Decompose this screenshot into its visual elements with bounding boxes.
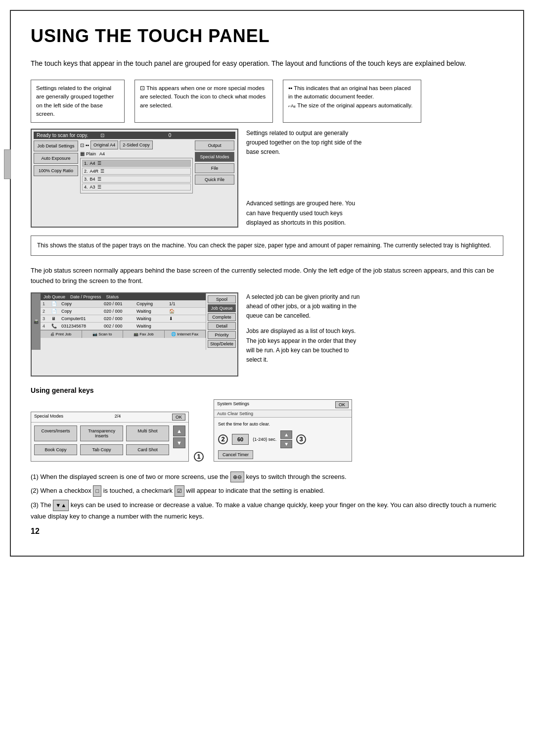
- gk-buttons-and-nav: Covers/Inserts Transparency Inserts Mult…: [34, 425, 185, 458]
- machine-icon: 📠: [34, 319, 39, 324]
- touch-panel-screen[interactable]: Ready to scan for copy. ⊡ 0 Job Detail S…: [31, 129, 238, 228]
- job-right-desc1: A selected job can be given priority and…: [246, 292, 365, 321]
- job-page-2: 🏠: [169, 309, 179, 314]
- card-shot-btn[interactable]: Card Shot: [126, 444, 169, 455]
- tab-fax-job[interactable]: 📠 Fax Job: [123, 331, 165, 338]
- job-row-3[interactable]: 3 🖥 Computer01 020 / 000 Waiting ⬇: [41, 315, 206, 323]
- stop-delete-btn[interactable]: Stop/Delete: [208, 340, 236, 348]
- file-btn[interactable]: File: [195, 163, 234, 173]
- detail-btn[interactable]: Detail: [208, 322, 236, 330]
- circle-label-2: 2: [218, 434, 228, 444]
- job-status-col: Status: [106, 294, 119, 299]
- job-num-3: 3: [43, 316, 48, 321]
- gk-screen2[interactable]: System Settings OK Auto Clear Setting Se…: [214, 399, 352, 462]
- paper-icon-4: ☰: [97, 185, 101, 189]
- covers-inserts-btn[interactable]: Covers/Inserts: [34, 425, 77, 441]
- paper-row-2[interactable]: 2. A4R ☰: [82, 168, 191, 175]
- cancel-btn-row: Cancel Timer: [218, 452, 348, 457]
- job-screen-main: Job Queue Date / Progress Status 1 📄 Cop…: [41, 293, 206, 350]
- gk-value-box[interactable]: 60: [232, 434, 249, 445]
- output-btn[interactable]: Output: [195, 141, 234, 150]
- paper-size-3: B4: [90, 177, 95, 182]
- paper-row-1[interactable]: 1. A4 ☰: [82, 160, 191, 167]
- nav-down-btn[interactable]: ▼: [173, 437, 185, 448]
- callout-right-text: This indicates that an original has been…: [288, 85, 411, 99]
- screen-main-area: Job Detail Settings Auto Exposure 100% C…: [34, 141, 235, 195]
- job-bottom-tabs: 🖨 Print Job 📷 Scan to 📠 Fax Job 🌐 Intern…: [41, 330, 206, 338]
- value-up-btn[interactable]: ▲: [280, 430, 292, 439]
- output-annotation: Settings related to output are generally…: [246, 129, 365, 157]
- job-detail-btn[interactable]: Job Detail Settings: [34, 141, 78, 151]
- job-name-4: 0312345678: [61, 324, 101, 329]
- auto-feed-icon: ▪▪: [86, 142, 89, 148]
- tab-internet-fax[interactable]: 🌐 Internet Fax: [165, 331, 206, 338]
- screen-center-col: ⊡ ▪▪ Original A4 2-Sided Copy ▦ Plain: [80, 141, 193, 195]
- gk-screen1-wrapper: Special Modes 2/4 OK Covers/Inserts Tran…: [31, 399, 204, 462]
- gk-screen1-title: Special Modes: [34, 414, 63, 421]
- gk-button-grid: Covers/Inserts Transparency Inserts Mult…: [34, 425, 169, 458]
- plain-row: ▦ Plain A4: [80, 151, 193, 156]
- checkbox-icon: □: [93, 485, 101, 497]
- screen-top-bar: Ready to scan for copy. ⊡ 0: [34, 132, 235, 139]
- note2: (2) When a checkbox □ is touched, a chec…: [31, 485, 503, 497]
- tab-print-job[interactable]: 🖨 Print Job: [41, 331, 82, 338]
- special-modes-btn[interactable]: Special Modes: [195, 152, 234, 162]
- book-copy-btn[interactable]: Book Copy: [34, 444, 77, 455]
- job-screen-left-edge[interactable]: 📠: [32, 293, 41, 350]
- a4-icon: A4: [99, 151, 105, 156]
- gk-screen2-body: Set the time for auto clear. 2 60 (1-240…: [214, 418, 352, 461]
- gk-nav-buttons: ▲ ▼: [173, 425, 185, 448]
- paper-row-3[interactable]: 3. B4 ☰: [82, 176, 191, 183]
- job-name-3: Computer01: [61, 316, 101, 321]
- gk-screen1[interactable]: Special Modes 2/4 OK Covers/Inserts Tran…: [31, 412, 189, 462]
- job-row-4[interactable]: 4 📞 0312345678 002 / 000 Waiting: [41, 323, 206, 330]
- gk-screen2-title: System Settings: [217, 401, 249, 408]
- two-sided-btn[interactable]: 2-Sided Copy: [120, 141, 153, 149]
- transparency-inserts-btn[interactable]: Transparency Inserts: [80, 425, 123, 441]
- value-down-btn[interactable]: ▼: [280, 440, 292, 448]
- tab-scan-to[interactable]: 📷 Scan to: [82, 331, 124, 338]
- gk-ok-btn2[interactable]: OK: [335, 401, 349, 408]
- gk-value-row: 2 60 (1-240) sec. ▲ ▼ 3: [218, 430, 348, 448]
- job-screen-wrapper: 📠 Job Queue Date / Progress Status 1 📄: [31, 292, 238, 377]
- nav-key-icon: ⊕⊖: [230, 472, 244, 483]
- original-label: Original: [93, 142, 109, 147]
- job-status-1: Copying: [136, 301, 166, 306]
- job-status-screen[interactable]: 📠 Job Queue Date / Progress Status 1 📄: [31, 292, 238, 377]
- job-right-panel: A selected job can be given priority and…: [246, 292, 365, 377]
- priority-btn[interactable]: Priority: [208, 331, 236, 339]
- original-btn[interactable]: Original A4: [90, 141, 118, 149]
- job-side-buttons: Spool Job Queue Complete Detail Priority…: [206, 293, 237, 350]
- job-row-1[interactable]: 1 📄 Copy 020 / 001 Copying 1/1: [41, 300, 206, 308]
- page-container: USING THE TOUCH PANEL The touch keys tha…: [10, 10, 524, 557]
- job-queue-col: Job Queue: [44, 294, 65, 299]
- gk-row2: Book Copy Tab Copy Card Shot: [34, 444, 169, 455]
- quick-file-btn[interactable]: Quick File: [195, 175, 234, 185]
- gk-sub-text: Set the time for auto clear.: [218, 422, 348, 426]
- job-status-3: Waiting: [136, 316, 166, 321]
- gk-screen1-header: Special Modes 2/4 OK: [31, 412, 188, 423]
- general-keys-title: Using general keys: [31, 386, 503, 394]
- paper-row-4[interactable]: 4. A3 ☰: [82, 184, 191, 190]
- intro-text: The touch keys that appear in the touch …: [31, 58, 503, 69]
- copy-ratio-btn[interactable]: 100% Copy Ratio: [34, 165, 78, 176]
- gk-range-text: (1-240) sec.: [253, 437, 276, 442]
- job-row-2[interactable]: 2 📄 Copy 020 / 000 Waiting 🏠: [41, 308, 206, 315]
- tab-copy-btn[interactable]: Tab Copy: [80, 444, 123, 455]
- auto-exposure-btn[interactable]: Auto Exposure: [34, 153, 78, 164]
- note3: (3) The ▼▲ keys can be used to increase …: [31, 500, 503, 522]
- job-icon-1: 📄: [51, 301, 58, 306]
- job-icon-4: 📞: [51, 324, 58, 329]
- general-keys-screens: Special Modes 2/4 OK Covers/Inserts Tran…: [31, 399, 503, 462]
- spool-btn[interactable]: Spool: [208, 295, 236, 303]
- multi-shot-btn[interactable]: Multi Shot: [126, 425, 169, 441]
- complete-btn[interactable]: Complete: [208, 313, 236, 321]
- cancel-timer-btn[interactable]: Cancel Timer: [218, 450, 253, 459]
- plain-icon: ▦: [80, 151, 85, 156]
- tray-description: This shows the status of the paper trays…: [31, 236, 503, 256]
- job-queue-btn[interactable]: Job Queue: [208, 304, 236, 312]
- nav-up-btn[interactable]: ▲: [173, 425, 185, 436]
- job-count-2: 020 / 000: [104, 309, 134, 314]
- gk-ok-btn1[interactable]: OK: [172, 414, 185, 421]
- paper-num-3: 3.: [84, 177, 88, 182]
